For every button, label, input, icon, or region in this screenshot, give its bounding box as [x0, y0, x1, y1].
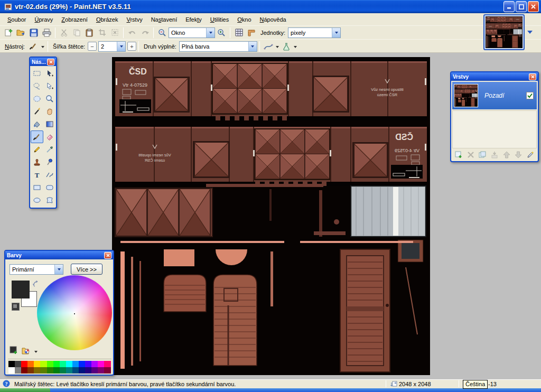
ellipse-tool[interactable]	[31, 194, 43, 207]
pencil-tool[interactable]	[31, 143, 43, 156]
move-selection-tool[interactable]	[43, 80, 56, 92]
color-swatch[interactable]	[91, 367, 98, 374]
maximize-button[interactable]	[516, 1, 527, 12]
new-file-button[interactable]	[2, 27, 15, 39]
move-tool[interactable]	[43, 67, 56, 80]
merge-layer-down-button[interactable]	[489, 150, 500, 160]
move-layer-down-button[interactable]	[514, 150, 524, 160]
color-swatch[interactable]	[15, 361, 21, 367]
menu-item[interactable]: Nastavení	[147, 15, 182, 24]
color-swatch[interactable]	[66, 367, 72, 374]
zoom-tool[interactable]	[43, 92, 56, 105]
current-tool-brush-icon[interactable]	[27, 41, 40, 52]
lasso-select-tool[interactable]	[31, 80, 43, 92]
units-combo-arrow[interactable]	[332, 28, 340, 38]
menu-item[interactable]: Nápověda	[256, 15, 291, 24]
canvas-workspace[interactable]: Nás... T	[0, 53, 541, 379]
color-swatch[interactable]	[91, 361, 98, 367]
color-swatch[interactable]	[60, 367, 66, 374]
move-layer-up-button[interactable]	[501, 150, 512, 160]
menu-item[interactable]: Obrázek	[92, 15, 123, 24]
fill-style-combo-arrow[interactable]	[248, 42, 257, 51]
start-button-edge[interactable]	[0, 388, 50, 392]
brush-width-combobox[interactable]: 2	[98, 41, 126, 52]
tools-palette-titlebar[interactable]: Nás...	[30, 58, 56, 66]
color-swatch[interactable]	[98, 367, 104, 374]
color-swatch[interactable]	[21, 361, 27, 367]
more-colors-button[interactable]: Více >>	[71, 264, 102, 275]
minimize-button[interactable]	[503, 1, 515, 12]
color-swatch[interactable]	[34, 367, 40, 374]
color-swatch[interactable]	[60, 361, 66, 367]
ruler-toggle-button[interactable]	[245, 27, 258, 39]
rounded-rectangle-tool[interactable]	[43, 181, 56, 194]
gradient-tool[interactable]	[43, 118, 56, 130]
image-list-chevron-icon[interactable]	[526, 29, 534, 35]
zoom-combobox[interactable]: Okno	[169, 27, 215, 38]
layers-palette-titlebar[interactable]: Vrstvy	[451, 72, 538, 81]
units-combobox[interactable]: pixely	[288, 27, 341, 38]
tools-palette-close-icon[interactable]	[47, 59, 54, 66]
color-swatch[interactable]	[79, 367, 85, 374]
brush-width-decrease-button[interactable]: −	[88, 42, 97, 51]
color-swatch[interactable]	[47, 367, 53, 374]
close-button[interactable]	[528, 1, 539, 12]
color-swatch[interactable]	[27, 367, 34, 374]
print-button[interactable]	[40, 27, 53, 39]
rectangle-tool[interactable]	[31, 181, 43, 194]
copy-button[interactable]	[70, 27, 83, 39]
color-swatch[interactable]	[8, 367, 15, 374]
rectangle-select-tool[interactable]	[31, 67, 43, 80]
palette-manager-dropdown-arrow[interactable]	[34, 351, 38, 354]
menu-item[interactable]: Vrstvy	[122, 15, 146, 24]
antialiasing-dropdown-arrow[interactable]	[294, 46, 297, 50]
pan-tool[interactable]	[43, 105, 56, 118]
menu-item[interactable]: Zobrazení	[57, 15, 92, 24]
freeform-shape-tool[interactable]	[43, 194, 56, 207]
color-wheel[interactable]	[37, 275, 112, 350]
brush-width-combo-arrow[interactable]	[117, 42, 125, 51]
canvas-image[interactable]	[112, 57, 430, 375]
color-swatch[interactable]	[85, 367, 91, 374]
menu-item[interactable]: Efekty	[181, 15, 206, 24]
menu-item[interactable]: Soubor	[3, 15, 30, 24]
redo-button[interactable]	[138, 27, 151, 39]
color-swatch[interactable]	[21, 367, 27, 374]
title-bar[interactable]: vtr-02.dds (29%) - Paint.NET v3.5.11	[0, 0, 541, 13]
color-swatch[interactable]	[104, 367, 110, 374]
color-swatch[interactable]	[27, 361, 34, 367]
tool-dropdown-arrow[interactable]	[41, 46, 44, 50]
color-swatch[interactable]	[79, 361, 85, 367]
color-swatch[interactable]	[40, 367, 46, 374]
deselect-button[interactable]	[108, 27, 121, 39]
eraser-tool[interactable]	[43, 130, 56, 143]
text-tool[interactable]: T	[31, 169, 43, 181]
color-mode-combobox[interactable]: Primární	[10, 264, 63, 275]
color-swatch[interactable]	[53, 367, 60, 374]
save-button[interactable]	[27, 27, 40, 39]
active-image-thumbnail[interactable]	[483, 14, 525, 50]
color-swatch[interactable]	[34, 361, 40, 367]
open-file-button[interactable]	[15, 27, 27, 39]
color-swatch[interactable]	[98, 361, 104, 367]
antialiasing-button[interactable]	[280, 41, 293, 52]
color-swatch[interactable]	[53, 361, 60, 367]
fill-style-combobox[interactable]: Plná barva	[179, 41, 257, 52]
default-colors-mini-swatch[interactable]	[12, 303, 20, 311]
grid-toggle-button[interactable]	[232, 27, 245, 39]
menu-item[interactable]: Utilities	[206, 15, 233, 24]
ellipse-select-tool[interactable]	[31, 92, 43, 105]
delete-layer-button[interactable]	[465, 150, 476, 160]
paint-bucket-tool[interactable]	[31, 118, 43, 130]
color-swatch[interactable]	[15, 367, 21, 374]
magic-wand-tool[interactable]	[31, 105, 43, 118]
color-swatch[interactable]	[85, 361, 91, 367]
paste-button[interactable]	[83, 27, 96, 39]
swap-colors-icon[interactable]	[32, 279, 40, 288]
line-style-button[interactable]	[262, 41, 275, 52]
colors-palette-close-icon[interactable]	[104, 252, 111, 259]
line-curve-tool[interactable]	[43, 169, 56, 181]
primary-color-swatch[interactable]	[12, 281, 30, 298]
color-swatch[interactable]	[47, 361, 53, 367]
color-swatch[interactable]	[72, 361, 79, 367]
